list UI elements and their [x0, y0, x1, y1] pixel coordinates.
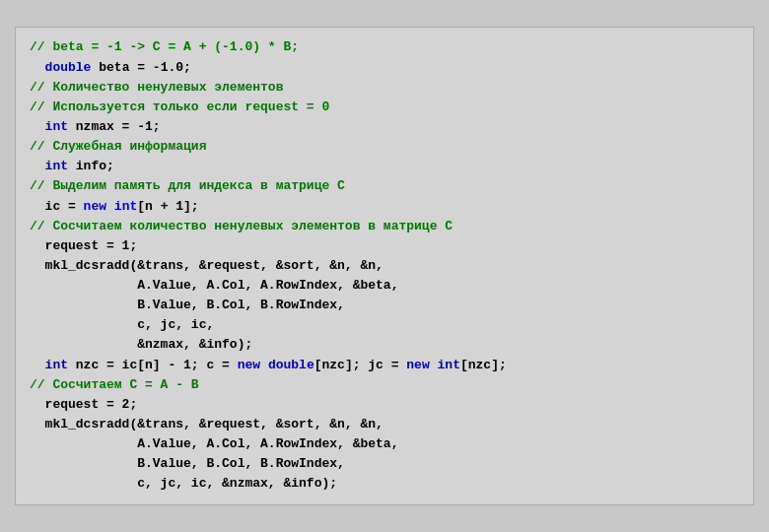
code-line: // Сосчитаем C = A - B	[30, 375, 739, 395]
code-line: B.Value, B.Col, B.RowIndex,	[30, 454, 739, 474]
code-line: request = 2;	[30, 395, 739, 415]
code-line: mkl_dcsradd(&trans, &request, &sort, &n,…	[30, 256, 739, 276]
code-line: int nzc = ic[n] - 1; c = new double[nzc]…	[30, 356, 739, 375]
code-line: double beta = -1.0;	[30, 58, 739, 78]
code-line: // Выделим память для индекса в матрице …	[30, 176, 739, 196]
code-line: &nzmax, &info);	[30, 335, 739, 355]
code-line: request = 1;	[30, 236, 739, 256]
code-line: int nzmax = -1;	[30, 117, 739, 137]
code-line: B.Value, B.Col, B.RowIndex,	[30, 296, 739, 315]
code-line: A.Value, A.Col, A.RowIndex, &beta,	[30, 434, 739, 454]
code-line: // Служебная информация	[30, 137, 739, 157]
code-line: mkl_dcsradd(&trans, &request, &sort, &n,…	[30, 415, 739, 434]
code-line: int info;	[30, 157, 739, 176]
code-line: // Количество ненулевых элементов	[30, 78, 739, 98]
code-line: // Используется только если request = 0	[30, 98, 739, 117]
code-line: c, jc, ic,	[30, 315, 739, 335]
code-line: // beta = -1 -> C = A + (-1.0) * B;	[30, 37, 739, 57]
code-line: A.Value, A.Col, A.RowIndex, &beta,	[30, 276, 739, 296]
code-block: // beta = -1 -> C = A + (-1.0) * B; doub…	[15, 27, 754, 504]
code-line: c, jc, ic, &nzmax, &info);	[30, 474, 739, 494]
code-line: ic = new int[n + 1];	[30, 197, 739, 217]
code-line: // Сосчитаем количество ненулевых элемен…	[30, 217, 739, 236]
